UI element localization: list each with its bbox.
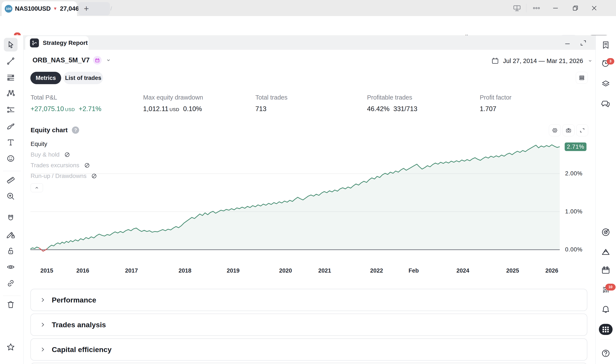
eye-slash-icon[interactable] xyxy=(64,151,70,158)
date-range-value: Jul 27, 2014 — Mar 21, 2026 xyxy=(503,57,583,65)
x-axis-label[interactable]: 2024 xyxy=(456,267,469,274)
tool-brush[interactable] xyxy=(4,119,17,133)
x-axis-label[interactable]: 2018 xyxy=(178,267,192,274)
tool-fib-retracement[interactable] xyxy=(4,70,17,84)
window-menu-icon[interactable] xyxy=(532,4,541,13)
screener-radar-icon[interactable] xyxy=(598,225,614,239)
alerts-badge: 3 xyxy=(607,58,614,65)
restore-window-icon[interactable] xyxy=(571,4,580,13)
app-window: 100 NAS100USD ▼ 27,046.7 −0.97% / + T 8 xyxy=(0,0,616,364)
multi-monitor-icon[interactable] xyxy=(513,4,521,13)
panel-minimize-icon[interactable] xyxy=(564,40,571,47)
tool-remove-drawings[interactable] xyxy=(4,298,17,312)
metric-label: Total P&L xyxy=(31,94,57,101)
metric-value: 713 xyxy=(255,105,266,113)
metric-value: 1.707 xyxy=(480,105,496,113)
strategy-header[interactable]: ORB_NAS_5M_V7 xyxy=(32,56,112,65)
close-window-icon[interactable] xyxy=(590,4,599,13)
metric-label: Total trades xyxy=(255,94,287,101)
metric-value: +27,075.10USD+2.71% xyxy=(31,105,101,113)
x-axis-label[interactable]: 2022 xyxy=(370,267,383,274)
x-axis-label[interactable]: 2026 xyxy=(546,267,558,274)
x-axis-label[interactable]: 2016 xyxy=(76,267,89,274)
tool-cursor[interactable] xyxy=(4,38,17,52)
tool-hide-drawings[interactable] xyxy=(4,260,17,274)
economic-calendar-icon[interactable] xyxy=(598,263,614,277)
strategy-calendar-badge-icon xyxy=(93,56,102,65)
watchlist-icon[interactable] xyxy=(598,38,614,52)
equity-chart-title: Equity chart xyxy=(31,127,68,134)
panel-maximize-icon[interactable] xyxy=(579,39,587,47)
date-range-chevron-icon[interactable] xyxy=(587,58,593,64)
tool-sync-drawings[interactable] xyxy=(4,276,17,290)
chat-icon[interactable] xyxy=(598,97,614,111)
last-value-badge: 2.71% xyxy=(565,143,587,151)
tool-ruler[interactable] xyxy=(4,173,17,187)
section-partial-next[interactable] xyxy=(30,363,587,364)
section-capital-efficiency[interactable]: Capital efficiency xyxy=(30,338,587,361)
equity-curve-chart[interactable] xyxy=(30,138,560,253)
minimize-window-icon[interactable] xyxy=(551,4,560,13)
legend-item-equity[interactable]: Equity xyxy=(31,141,47,147)
tool-magnet[interactable] xyxy=(4,211,17,225)
news-badge: 10 xyxy=(605,284,616,290)
report-tab-title: Strategy Report xyxy=(43,39,88,46)
x-axis-label[interactable]: 2021 xyxy=(318,267,331,274)
tool-long-position[interactable] xyxy=(4,103,17,117)
legend-item-buy-hold[interactable]: Buy & hold xyxy=(31,151,70,158)
tab-list-of-trades[interactable]: List of trades xyxy=(63,72,103,84)
chart-snapshot-button[interactable] xyxy=(562,124,575,136)
x-axis-label[interactable]: 2025 xyxy=(506,267,519,274)
new-tab-area[interactable] xyxy=(78,2,110,15)
strategy-chevron-icon[interactable] xyxy=(105,57,112,64)
help-tooltip-icon[interactable]: ? xyxy=(72,127,79,134)
metric-label: Max equity drawdown xyxy=(143,94,203,101)
tool-text[interactable] xyxy=(4,135,17,149)
new-tab-plus-icon[interactable]: + xyxy=(84,5,92,13)
chart-tab[interactable]: 100 NAS100USD ▼ 27,046.7 −0.97% / xyxy=(2,1,77,16)
report-rows-layout-button[interactable] xyxy=(576,72,588,84)
chevron-right-icon xyxy=(39,297,46,303)
metric-label: Profit factor xyxy=(480,94,511,101)
tool-drawing-mode-lock[interactable] xyxy=(4,228,17,241)
title-bar: 100 NAS100USD ▼ 27,046.7 −0.97% / + xyxy=(0,0,616,16)
x-axis-label[interactable]: Feb xyxy=(409,267,419,274)
titlebar-separator xyxy=(526,4,526,13)
x-axis-label[interactable]: 2015 xyxy=(41,267,53,274)
section-performance[interactable]: Performance xyxy=(30,289,587,311)
metric-value: 1,012.11USD0.10% xyxy=(143,105,202,113)
x-axis-label[interactable]: 2019 xyxy=(227,267,240,274)
legend-item-runup-drawdowns[interactable]: Run-up / Drawdowns xyxy=(31,173,97,180)
tool-zoom-in[interactable] xyxy=(4,190,17,203)
data-window-layers-icon[interactable] xyxy=(598,77,614,90)
x-axis-label[interactable]: 2017 xyxy=(125,267,138,274)
object-tree-icon[interactable] xyxy=(598,245,614,258)
section-trades-analysis[interactable]: Trades analysis xyxy=(30,313,587,336)
main-toolbar: T 8 NAS100USD 5m Indicators xyxy=(0,16,616,36)
tool-pattern-xabcd[interactable] xyxy=(4,87,17,100)
symbol-logo: 100 xyxy=(5,5,13,13)
tool-trend-line[interactable] xyxy=(4,54,17,68)
strategy-tester-icon xyxy=(30,39,39,47)
chart-settings-button[interactable] xyxy=(549,124,561,136)
tool-favorites-star[interactable] xyxy=(4,340,17,354)
y-axis-label: 0.00% xyxy=(565,246,583,253)
x-axis-label[interactable]: 2020 xyxy=(279,267,292,274)
tool-emoji[interactable] xyxy=(4,152,17,165)
tab-divider: / xyxy=(110,5,112,12)
chevron-right-icon xyxy=(39,346,46,353)
help-icon[interactable] xyxy=(598,347,614,360)
legend-collapse-button[interactable] xyxy=(31,183,43,192)
y-axis-label: 2.00% xyxy=(565,170,583,177)
eye-slash-icon[interactable] xyxy=(91,173,97,180)
eye-slash-icon[interactable] xyxy=(84,162,91,169)
tab-metrics[interactable]: Metrics xyxy=(30,72,61,84)
strategy-report-tab[interactable]: Strategy Report xyxy=(25,36,89,50)
notifications-bell-icon[interactable] xyxy=(598,303,614,316)
legend-item-trades-excursions[interactable]: Trades excursions xyxy=(31,162,91,169)
tool-lock-all[interactable] xyxy=(4,244,17,258)
date-range-picker[interactable]: Jul 27, 2014 — Mar 21, 2026 xyxy=(491,57,593,65)
y-axis-label: 1.00% xyxy=(565,208,583,215)
chart-expand-button[interactable] xyxy=(576,124,588,136)
apps-menu-button[interactable] xyxy=(598,323,614,336)
